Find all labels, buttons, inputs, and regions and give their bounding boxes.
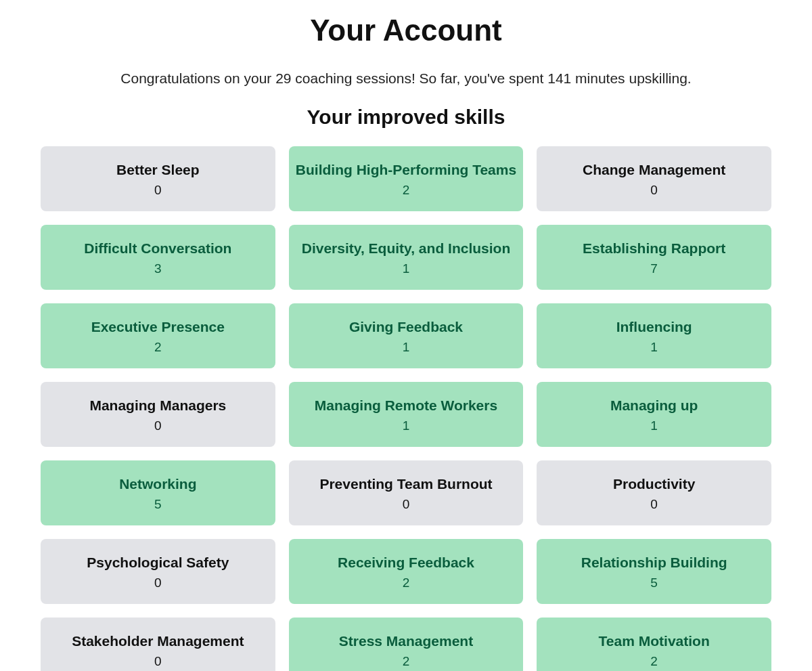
skill-card[interactable]: Building High-Performing Teams2 <box>289 146 524 211</box>
skill-label: Difficult Conversation <box>84 240 231 257</box>
skill-card[interactable]: Executive Presence2 <box>41 303 275 368</box>
skill-count: 1 <box>650 340 658 355</box>
skill-label: Better Sleep <box>116 161 200 178</box>
skill-card[interactable]: Networking5 <box>41 460 275 525</box>
skill-label: Psychological Safety <box>87 554 229 571</box>
skill-card[interactable]: Difficult Conversation3 <box>41 225 275 290</box>
skill-card[interactable]: Establishing Rapport7 <box>537 225 771 290</box>
skill-count: 0 <box>650 183 658 198</box>
skill-card[interactable]: Stakeholder Management0 <box>41 618 275 671</box>
skills-grid: Better Sleep0Building High-Performing Te… <box>41 146 771 671</box>
skill-card[interactable]: Managing up1 <box>537 382 771 447</box>
skill-count: 0 <box>154 418 162 433</box>
skill-count: 2 <box>403 183 410 198</box>
skill-count: 1 <box>403 418 410 433</box>
skill-label: Managing Managers <box>89 397 226 414</box>
skill-count: 7 <box>650 261 658 276</box>
skill-count: 2 <box>403 654 410 669</box>
skill-card[interactable]: Relationship Building5 <box>537 539 771 604</box>
skill-count: 0 <box>154 183 162 198</box>
skill-label: Giving Feedback <box>349 318 463 335</box>
skill-count: 0 <box>650 497 658 512</box>
skill-label: Preventing Team Burnout <box>319 475 492 492</box>
skill-label: Diversity, Equity, and Inclusion <box>302 240 510 257</box>
page-title: Your Account <box>41 14 771 47</box>
section-title: Your improved skills <box>41 106 771 129</box>
skill-count: 5 <box>650 576 658 590</box>
skill-card[interactable]: Productivity0 <box>537 460 771 525</box>
skill-label: Stress Management <box>339 632 473 649</box>
skill-count: 2 <box>650 654 658 669</box>
skill-label: Managing Remote Workers <box>315 397 497 414</box>
skill-count: 3 <box>154 261 162 276</box>
skill-card[interactable]: Managing Managers0 <box>41 382 275 447</box>
skill-label: Relationship Building <box>581 554 727 571</box>
skill-label: Executive Presence <box>91 318 225 335</box>
skill-card[interactable]: Managing Remote Workers1 <box>289 382 524 447</box>
skill-label: Managing up <box>610 397 698 414</box>
skill-count: 0 <box>403 497 410 512</box>
skill-label: Networking <box>119 475 196 492</box>
skill-card[interactable]: Receiving Feedback2 <box>289 539 524 604</box>
skill-label: Team Motivation <box>599 632 710 649</box>
skill-card[interactable]: Diversity, Equity, and Inclusion1 <box>289 225 524 290</box>
skill-card[interactable]: Influencing1 <box>537 303 771 368</box>
skill-card[interactable]: Better Sleep0 <box>41 146 275 211</box>
skill-card[interactable]: Stress Management2 <box>289 618 524 671</box>
skill-count: 1 <box>403 261 410 276</box>
skill-count: 5 <box>154 497 162 512</box>
skill-count: 2 <box>154 340 162 355</box>
skill-card[interactable]: Psychological Safety0 <box>41 539 275 604</box>
skill-count: 0 <box>154 654 162 669</box>
skill-card[interactable]: Giving Feedback1 <box>289 303 524 368</box>
skill-card[interactable]: Preventing Team Burnout0 <box>289 460 524 525</box>
skill-count: 0 <box>154 576 162 590</box>
skill-label: Building High-Performing Teams <box>296 161 516 178</box>
skill-count: 2 <box>403 576 410 590</box>
skill-label: Productivity <box>613 475 695 492</box>
skill-count: 1 <box>403 340 410 355</box>
skill-label: Stakeholder Management <box>72 632 244 649</box>
skill-label: Receiving Feedback <box>338 554 474 571</box>
skill-label: Influencing <box>616 318 692 335</box>
skill-card[interactable]: Change Management0 <box>537 146 771 211</box>
skill-card[interactable]: Team Motivation2 <box>537 618 771 671</box>
skill-count: 1 <box>650 418 658 433</box>
skill-label: Change Management <box>583 161 725 178</box>
skill-label: Establishing Rapport <box>583 240 725 257</box>
congrats-text: Congratulations on your 29 coaching sess… <box>41 70 771 87</box>
